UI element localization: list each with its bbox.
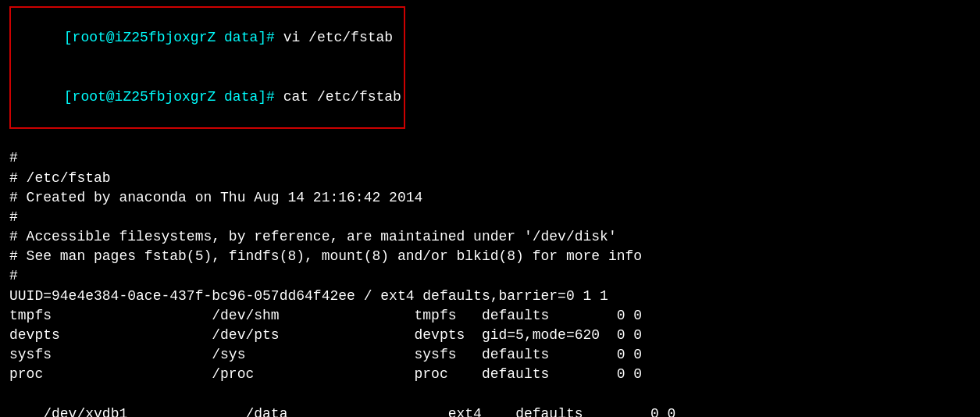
uuid-line: UUID=94e4e384-0ace-437f-bc96-057dd64f42e… bbox=[9, 287, 971, 306]
prompt1: [root@iZ25fbjoxgrZ data]# bbox=[64, 30, 283, 45]
xvdb1-line: /dev/xvdb1 /data ext4 defaults 0 0 bbox=[9, 385, 971, 417]
prompt2: [root@iZ25fbjoxgrZ data]# bbox=[64, 89, 283, 105]
sysfs-line: sysfs /sys sysfs defaults 0 0 bbox=[9, 345, 971, 365]
comment-line4: # bbox=[9, 208, 971, 227]
comment-line5: # Accessible filesystems, by reference, … bbox=[9, 227, 971, 247]
cmd1: vi /etc/fstab bbox=[283, 30, 393, 45]
xvdb1-device: /dev/xvdb1 bbox=[43, 406, 245, 417]
terminal-window: [root@iZ25fbjoxgrZ data]# vi /etc/fstab … bbox=[6, 3, 974, 414]
comment-line3: # Created by anaconda on Thu Aug 14 21:1… bbox=[9, 188, 971, 208]
comment-line2: # /etc/fstab bbox=[9, 169, 971, 188]
devpts-line: devpts /dev/pts devpts gid=5,mode=620 0 … bbox=[9, 326, 971, 345]
cmd2: cat /etc/fstab bbox=[283, 89, 401, 105]
comment-line7: # bbox=[9, 266, 971, 286]
comment-line1: # bbox=[9, 148, 971, 168]
blank-line1 bbox=[9, 129, 971, 148]
xvdb1-mount: /data bbox=[245, 406, 447, 417]
xvdb1-fs: ext4 defaults 0 0 bbox=[448, 406, 676, 417]
tmpfs-line: tmpfs /dev/shm tmpfs defaults 0 0 bbox=[9, 306, 971, 326]
proc-line: proc /proc proc defaults 0 0 bbox=[9, 365, 971, 384]
comment-line6: # See man pages fstab(5), findfs(8), mou… bbox=[9, 247, 971, 266]
